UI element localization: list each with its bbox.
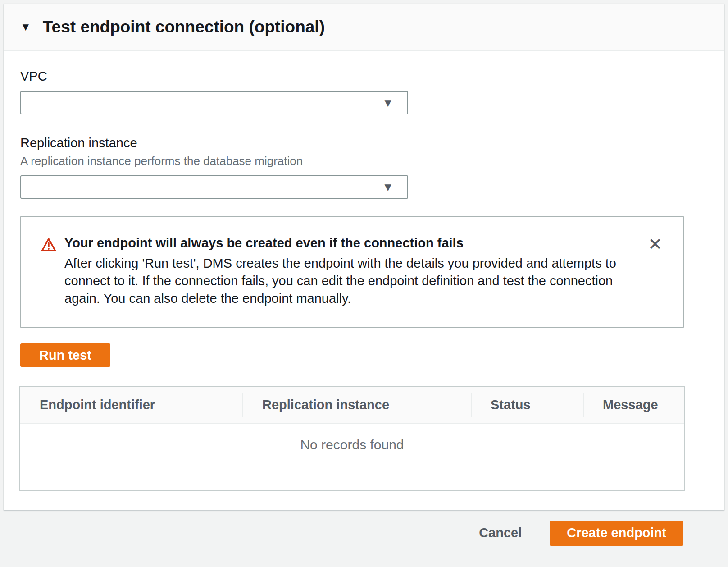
replication-instance-label: Replication instance xyxy=(20,136,683,151)
panel-title: Test endpoint connection (optional) xyxy=(43,18,325,37)
column-header-replication-instance: Replication instance xyxy=(242,387,471,423)
vpc-select[interactable]: ▼ xyxy=(20,91,408,114)
warning-title: Your endpoint will always be created eve… xyxy=(64,236,639,251)
cancel-button[interactable]: Cancel xyxy=(479,526,522,540)
test-results-table: Endpoint identifier Replication instance… xyxy=(19,386,685,491)
column-header-message: Message xyxy=(583,387,684,423)
replication-instance-description: A replication instance performs the data… xyxy=(20,154,683,168)
caret-down-icon: ▼ xyxy=(382,97,394,109)
vpc-label: VPC xyxy=(20,69,683,84)
panel-header-toggle[interactable]: ▼ Test endpoint connection (optional) xyxy=(4,4,724,51)
warning-triangle-icon xyxy=(41,238,56,254)
replication-instance-select[interactable]: ▼ xyxy=(20,175,408,199)
column-header-status: Status xyxy=(471,387,583,423)
table-header-row: Endpoint identifier Replication instance… xyxy=(20,387,684,424)
test-endpoint-connection-panel: ▼ Test endpoint connection (optional) VP… xyxy=(4,4,724,510)
column-header-endpoint-identifier: Endpoint identifier xyxy=(20,387,242,423)
panel-body: VPC ▼ Replication instance A replication… xyxy=(4,51,724,510)
replication-instance-field: Replication instance A replication insta… xyxy=(20,136,683,199)
form-footer: Cancel Create endpoint xyxy=(0,496,728,567)
caret-down-icon: ▼ xyxy=(382,181,394,193)
vpc-redacted-value xyxy=(28,94,290,111)
warning-body: After clicking 'Run test', DMS creates t… xyxy=(64,255,639,307)
close-icon[interactable]: ✕ xyxy=(648,236,662,253)
table-empty-state: No records found xyxy=(20,424,684,490)
create-endpoint-button[interactable]: Create endpoint xyxy=(550,521,683,546)
warning-alert: Your endpoint will always be created eve… xyxy=(20,216,684,328)
collapse-triangle-icon: ▼ xyxy=(20,22,31,32)
replication-instance-redacted-value xyxy=(28,178,169,196)
warning-text: Your endpoint will always be created eve… xyxy=(64,236,639,307)
run-test-button[interactable]: Run test xyxy=(20,343,110,367)
vpc-field: VPC ▼ xyxy=(20,69,683,114)
